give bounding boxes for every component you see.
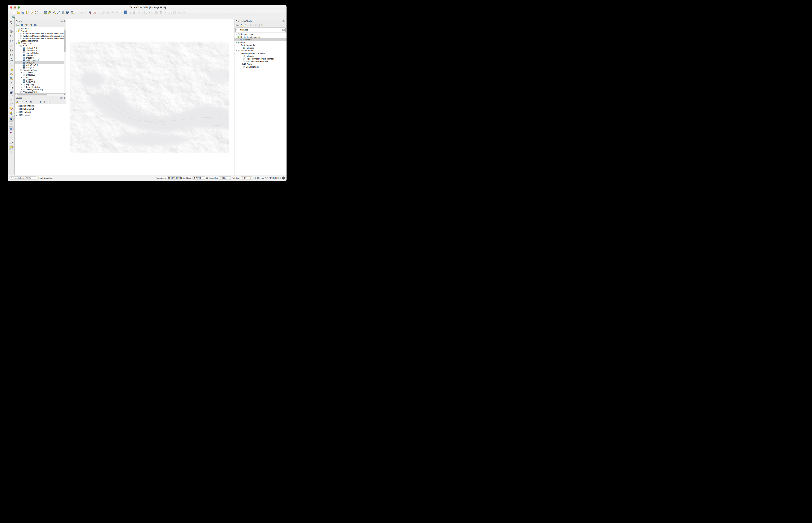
toolbox-subgroup[interactable]: Geomorphometric Analysis bbox=[234, 52, 286, 55]
toolbox-group[interactable]: GDALGDAL bbox=[234, 41, 286, 44]
browser-item[interactable]: ViewingStation.shp bbox=[15, 88, 66, 91]
expander-icon[interactable] bbox=[15, 111, 17, 113]
open-project-icon[interactable] bbox=[16, 11, 20, 15]
delete-selected-icon[interactable] bbox=[159, 11, 163, 15]
lock-scale-icon[interactable] bbox=[206, 177, 208, 180]
help-icon[interactable]: ? bbox=[123, 11, 127, 15]
expander-icon[interactable] bbox=[18, 33, 20, 34]
edit-features-in-place-icon[interactable] bbox=[255, 23, 258, 27]
show-spatial-bookmarks-icon[interactable] bbox=[8, 81, 14, 86]
close-panel-button[interactable]: ✕ bbox=[63, 20, 65, 22]
save-edits-icon[interactable] bbox=[141, 11, 145, 15]
browser-item[interactable]: L10 bbox=[15, 44, 66, 47]
browser-item[interactable]: valley9.tif bbox=[15, 66, 66, 69]
browser-item[interactable]: TerrainLabData bbox=[15, 69, 66, 71]
zoom-to-selection-icon[interactable] bbox=[8, 43, 14, 48]
expander-icon[interactable] bbox=[18, 69, 20, 71]
browser-item[interactable]: ViewStationSHP bbox=[15, 91, 66, 93]
layer-visibility-checkbox[interactable] bbox=[18, 114, 20, 116]
zoom-full-extent-icon[interactable] bbox=[8, 39, 14, 43]
select-features-icon[interactable]: ▾ bbox=[8, 96, 14, 101]
measure-line-icon[interactable]: ▾ bbox=[8, 140, 14, 145]
browser-horizontal-scrollbar[interactable]: ◀▶ bbox=[15, 93, 66, 96]
browser-item[interactable]: driftless bbox=[15, 71, 66, 74]
label-rotate-icon[interactable]: abc bbox=[110, 11, 114, 15]
scroll-left-icon[interactable]: ◀ bbox=[15, 94, 17, 96]
results-log-icon[interactable] bbox=[249, 23, 252, 27]
messages-icon[interactable]: ••• bbox=[282, 177, 285, 180]
cut-features-icon[interactable]: ✂ bbox=[164, 11, 168, 15]
add-mesh-layer-icon[interactable] bbox=[56, 11, 61, 15]
browser-item[interactable]: TargetSpot.shp bbox=[15, 86, 66, 88]
refresh-icon[interactable] bbox=[20, 23, 23, 27]
add-selected-layers-icon[interactable] bbox=[16, 23, 19, 27]
add-raster-layer-icon[interactable] bbox=[66, 11, 70, 15]
expander-icon[interactable] bbox=[18, 45, 20, 47]
open-layer-styling-icon[interactable] bbox=[16, 100, 19, 104]
toolbox-algorithm[interactable]: LidarHillshade bbox=[234, 66, 286, 68]
browser-item[interactable]: Qdrift30.tif bbox=[15, 81, 66, 83]
browser-item[interactable]: info bbox=[15, 76, 66, 78]
browser-item[interactable]: driftless30 bbox=[15, 74, 66, 76]
run-feature-action-icon[interactable]: ▾ bbox=[8, 150, 14, 155]
expand-all-icon[interactable] bbox=[38, 100, 41, 104]
close-panel-button[interactable]: ✕ bbox=[63, 97, 65, 99]
close-panel-button[interactable]: ✕ bbox=[283, 20, 285, 22]
deselect-features-icon[interactable]: ▾ bbox=[8, 106, 14, 111]
expander-icon[interactable] bbox=[21, 72, 23, 73]
open-attribute-table-icon[interactable]: ▾ bbox=[8, 136, 14, 140]
copy-features-icon[interactable] bbox=[168, 11, 172, 15]
scroll-right-icon[interactable]: ▶ bbox=[64, 94, 66, 96]
browser-item[interactable]: Val3_nonull.tif bbox=[15, 59, 66, 61]
crs-status[interactable]: EPSG:26915 bbox=[269, 177, 281, 179]
browser-item[interactable]: mar_rd83.shp bbox=[15, 52, 66, 54]
identify-features-icon[interactable]: i bbox=[8, 117, 14, 122]
label-highlight-icon[interactable]: abc bbox=[92, 11, 96, 15]
map-canvas[interactable] bbox=[66, 19, 234, 175]
browser-item[interactable]: /Volumes/Macintosh HD/Users/maples/GitHu… bbox=[15, 35, 66, 37]
add-group-icon[interactable] bbox=[20, 100, 23, 104]
clear-search-icon[interactable]: ✕ bbox=[282, 29, 285, 31]
zoom-to-layer-icon[interactable] bbox=[8, 48, 14, 53]
magnifier-spinner[interactable]: 100% bbox=[219, 176, 231, 180]
browser-item[interactable]: Project Home bbox=[15, 42, 66, 44]
expander-icon[interactable] bbox=[15, 114, 17, 116]
toolbox-algorithm-selected[interactable]: Hillshade bbox=[234, 38, 286, 41]
browser-item[interactable]: /Volumes/Macintosh HD/Users/maples/Scrat… bbox=[15, 37, 66, 39]
layer-item-active[interactable]: hillshade9 bbox=[15, 107, 66, 110]
expander-icon[interactable] bbox=[15, 40, 17, 42]
manage-map-themes-icon[interactable]: ▾ bbox=[25, 100, 28, 104]
expander-icon[interactable] bbox=[21, 74, 23, 76]
statistics-summary-icon[interactable]: Σ bbox=[8, 131, 14, 136]
toolbox-algorithm[interactable]: GDALHillshade bbox=[234, 47, 286, 50]
browser-item[interactable]: Sight.shp bbox=[15, 83, 66, 86]
expander-icon[interactable] bbox=[15, 30, 17, 32]
expander-icon[interactable] bbox=[235, 41, 237, 43]
save-project-icon[interactable] bbox=[21, 11, 25, 15]
add-vector-layer-icon[interactable] bbox=[48, 11, 52, 15]
layer-item[interactable]: hillshade3 bbox=[15, 104, 66, 107]
zoom-native-resolution-icon[interactable]: 1:1 bbox=[8, 53, 14, 57]
history-icon[interactable] bbox=[245, 23, 248, 27]
toolbox-options-icon[interactable]: ▾ bbox=[235, 23, 239, 27]
float-panel-button[interactable]: ❏ bbox=[281, 20, 283, 22]
temporal-controller-icon[interactable] bbox=[8, 86, 14, 90]
zoom-window-button[interactable] bbox=[18, 6, 20, 8]
new-3d-map-view-icon[interactable] bbox=[8, 72, 14, 76]
browser-item[interactable]: mardem.tif bbox=[15, 54, 66, 56]
locator-input[interactable] bbox=[13, 177, 36, 179]
new-spatial-bookmark-icon[interactable] bbox=[8, 76, 14, 81]
expander-icon[interactable] bbox=[235, 36, 237, 38]
browser-item[interactable]: shasta.tif bbox=[15, 56, 66, 59]
toolbox-group[interactable]: Raster terrain analysis bbox=[234, 36, 286, 39]
layer-visibility-checkbox[interactable] bbox=[18, 105, 20, 107]
zoom-next-icon[interactable]: > bbox=[8, 62, 14, 67]
rotation-spinner[interactable]: 0.0 ° bbox=[241, 176, 252, 180]
minimize-window-button[interactable] bbox=[14, 6, 16, 8]
locator-bar[interactable] bbox=[9, 176, 37, 180]
label-pin-icon[interactable]: ab bbox=[88, 11, 92, 15]
toolbox-group[interactable]: WhiteboxTools bbox=[234, 49, 286, 52]
expander-icon[interactable] bbox=[238, 44, 240, 46]
filter-browser-icon[interactable] bbox=[25, 23, 28, 27]
render-checkbox[interactable] bbox=[253, 177, 255, 179]
